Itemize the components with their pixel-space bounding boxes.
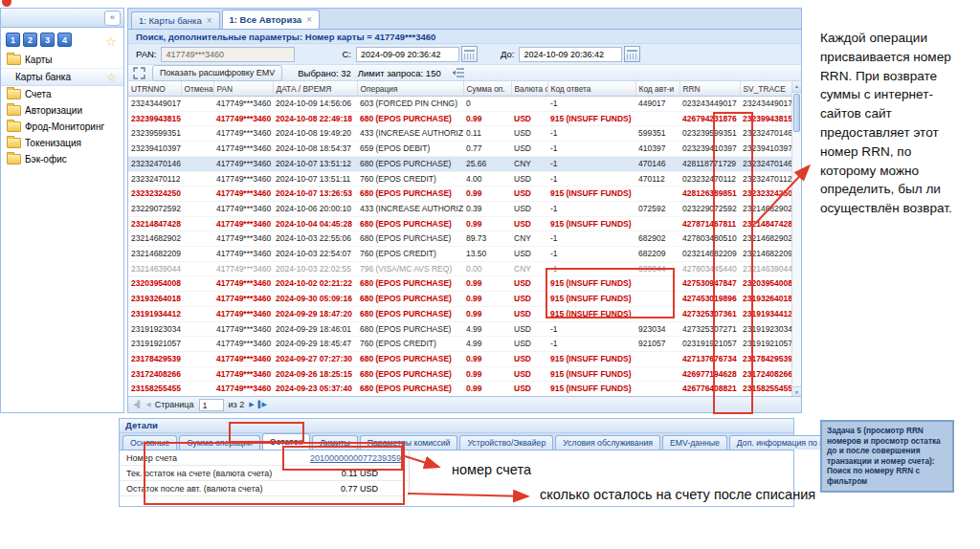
cell-sv-trace: 23203954008 xyxy=(740,276,793,292)
cell-datetime: 2024-10-03 22:55:06 xyxy=(273,231,357,247)
cell-auth-code xyxy=(635,292,679,307)
table-row[interactable]: 23214639044 417749***3460 2024-10-03 22:… xyxy=(128,261,793,276)
cell-datetime: 2024-10-03 22:02:55 xyxy=(273,261,357,276)
cell-operation: 680 (EPOS PURCHASE) xyxy=(357,292,463,307)
cell-currency: USD xyxy=(511,366,547,382)
date-from-input[interactable]: 2024-09-09 20:36:42 xyxy=(356,47,459,62)
document-tab[interactable]: 1: Все Авториза × xyxy=(222,10,320,29)
page-input[interactable]: 1 xyxy=(199,399,224,411)
scrollbar-thumb[interactable] xyxy=(793,94,800,132)
number-badge[interactable]: 2 xyxy=(23,33,37,47)
sidebar-item[interactable]: Фрод-Мониторинг ☆ xyxy=(1,119,123,135)
number-badge[interactable]: 3 xyxy=(40,33,55,47)
grid-column-header[interactable]: UTRNNO xyxy=(128,81,181,97)
details-tab[interactable]: Остаток xyxy=(262,433,310,450)
table-row[interactable]: 23239599351 417749***3460 2024-10-08 19:… xyxy=(128,126,793,142)
star-icon[interactable]: ☆ xyxy=(105,35,117,48)
cell-operation: 680 (EPOS PURCHASE) xyxy=(357,321,463,337)
details-tab[interactable]: Устройство/Эквайер xyxy=(459,435,553,450)
details-tab-label: Основные xyxy=(130,438,169,448)
first-page-icon[interactable]: ◀▌ xyxy=(133,401,141,408)
grid-column-header[interactable]: Код ответа xyxy=(547,81,635,97)
field-value[interactable]: 2010000000077239359 xyxy=(310,453,409,463)
grid-column-header[interactable]: Отмена xyxy=(181,81,213,97)
show-emv-button[interactable]: Показать расшифровку EMV xyxy=(152,65,282,81)
table-row[interactable]: 23229072592 417749***3460 2024-10-06 20:… xyxy=(128,201,793,216)
grid-column-header[interactable]: Сумма оп. xyxy=(463,81,511,97)
details-tab[interactable]: Лимиты xyxy=(312,435,358,450)
calendar-icon[interactable] xyxy=(624,46,640,62)
cell-auth-code xyxy=(635,216,679,231)
cell-rrn: 427871467811 xyxy=(679,216,740,231)
grid-column-header[interactable]: PAN xyxy=(213,81,273,97)
cell-sv-trace: 23193264018 xyxy=(740,292,793,307)
table-row[interactable]: 23239410397 417749***3460 2024-10-08 18:… xyxy=(128,142,793,157)
calendar-icon[interactable] xyxy=(461,46,478,62)
close-icon[interactable]: × xyxy=(207,17,212,25)
table-row[interactable]: 23232324250 417749***3460 2024-10-07 13:… xyxy=(128,187,793,202)
folder-icon xyxy=(7,154,21,165)
scroll-up-icon[interactable]: ▲ xyxy=(792,81,801,93)
prev-page-icon[interactable]: ◀ xyxy=(145,401,149,408)
cell-response-code: -1 xyxy=(547,97,635,112)
cell-datetime: 2024-10-08 22:49:18 xyxy=(273,111,357,126)
table-row[interactable]: 23232470112 417749***3460 2024-10-07 13:… xyxy=(128,171,793,187)
table-row[interactable]: 23232470146 417749***3460 2024-10-07 13:… xyxy=(128,156,793,171)
field-value[interactable]: 0.77 USD xyxy=(341,484,409,494)
cell-cancel xyxy=(181,261,213,276)
table-row[interactable]: 23191921057 417749***3460 2024-09-29 18:… xyxy=(128,337,793,352)
grid-column-header[interactable]: ДАТА / ВРЕМЯ xyxy=(273,81,357,97)
grid-scrollbar[interactable]: ▲ ▼ xyxy=(791,81,801,398)
details-tab[interactable]: Сумма операции xyxy=(179,435,259,450)
number-badge[interactable]: 4 xyxy=(57,33,72,47)
grid-column-header[interactable]: Код авт-и xyxy=(635,81,679,97)
sidebar-item[interactable]: Карты банка ☆ xyxy=(1,68,123,86)
grid-column-header[interactable]: Операция xyxy=(357,81,463,97)
pan-input[interactable]: 417749***3460 xyxy=(161,47,295,62)
cell-sv-trace: 23232470146 xyxy=(740,156,793,171)
grid-column-header[interactable]: SV_TRACE xyxy=(740,81,793,97)
expand-icon[interactable] xyxy=(133,67,145,79)
table-row[interactable]: 23214682902 417749***3460 2024-10-03 22:… xyxy=(128,231,793,247)
table-row[interactable]: 23243449017 417749***3460 2024-10-09 14:… xyxy=(128,97,793,112)
field-value[interactable]: 0.11 USD xyxy=(342,469,409,478)
details-tab[interactable]: Условия обслуживания xyxy=(555,435,660,450)
table-row[interactable]: 23193264018 417749***3460 2024-09-30 05:… xyxy=(128,292,793,307)
next-page-icon[interactable]: ▶ xyxy=(249,401,253,408)
table-row[interactable]: 23214847428 417749***3460 2024-10-04 04:… xyxy=(128,216,793,231)
sidebar-item[interactable]: Токенизация ☆ xyxy=(1,135,123,151)
table-row[interactable]: 23191934412 417749***3460 2024-09-29 18:… xyxy=(128,306,793,321)
limit-settings-icon[interactable] xyxy=(452,67,465,78)
cell-operation: 760 (EPOS CREDIT) xyxy=(357,247,463,262)
table-row[interactable]: 23239943815 417749***3460 2024-10-08 22:… xyxy=(128,111,793,126)
grid-column-header[interactable]: RRN xyxy=(679,81,740,97)
sidebar-item[interactable]: Авторизации ☆ xyxy=(1,102,123,119)
sidebar-item[interactable]: Счета ☆ xyxy=(1,86,123,102)
last-page-icon[interactable]: ▌▶ xyxy=(258,401,266,408)
cell-pan: 417749***3460 xyxy=(213,231,273,247)
folder-icon xyxy=(7,55,21,65)
cell-pan: 417749***3460 xyxy=(213,201,273,216)
table-row[interactable]: 23178429539 417749***3460 2024-09-27 07:… xyxy=(128,351,793,366)
folder-icon xyxy=(7,121,21,132)
sidebar-item[interactable]: Карты ☆ xyxy=(1,52,123,68)
details-tab[interactable]: Основные xyxy=(122,435,177,450)
favorite-star-icon[interactable]: ☆ xyxy=(106,71,117,84)
table-row[interactable]: 23191923034 417749***3460 2024-09-29 18:… xyxy=(128,321,793,337)
cell-pan: 417749***3460 xyxy=(213,126,273,142)
table-row[interactable]: 23172408266 417749***3460 2024-09-26 18:… xyxy=(128,366,793,382)
details-tab[interactable]: Параметры комиссий xyxy=(360,435,458,450)
date-to-input[interactable]: 2024-10-09 20:36:42 xyxy=(519,47,622,62)
details-tab[interactable]: EMV-данные xyxy=(662,435,727,450)
table-row[interactable]: 23203954008 417749***3460 2024-10-02 02:… xyxy=(128,276,793,292)
collapse-left-icon[interactable]: « xyxy=(104,11,121,26)
close-icon[interactable]: × xyxy=(306,16,312,24)
document-tab[interactable]: 1: Карты банка × xyxy=(131,11,220,29)
table-row[interactable]: 23158255455 417749***3460 2024-09-23 05:… xyxy=(128,382,793,397)
cell-sv-trace: 23239943815 xyxy=(740,111,793,126)
grid-column-header[interactable]: Валюта оп. xyxy=(511,81,547,97)
number-badge[interactable]: 1 xyxy=(6,33,20,47)
sidebar-item[interactable]: Бэк-офис ☆ xyxy=(1,151,123,167)
table-row[interactable]: 23214682209 417749***3460 2024-10-03 22:… xyxy=(128,247,793,262)
cell-sv-trace: 23191921057 xyxy=(740,337,793,352)
